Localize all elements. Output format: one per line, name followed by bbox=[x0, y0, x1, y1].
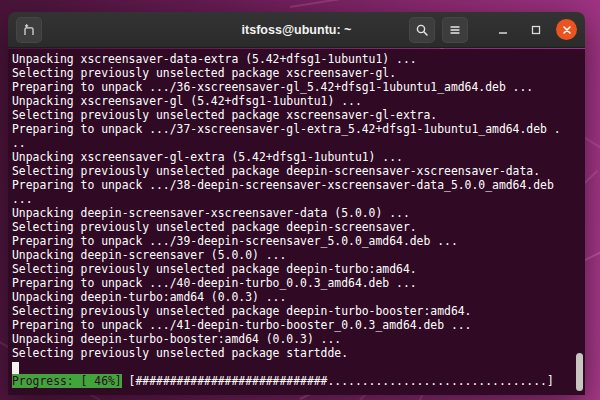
close-icon bbox=[561, 24, 573, 36]
progress-bar-text: [############################...........… bbox=[122, 374, 554, 388]
scrollbar[interactable] bbox=[574, 49, 585, 395]
terminal-cursor bbox=[12, 362, 19, 375]
progress-label: Progress: [ 46%] bbox=[12, 374, 122, 388]
scrollbar-thumb[interactable] bbox=[576, 353, 583, 391]
terminal-window: itsfoss@ubuntu: ~ bbox=[8, 12, 585, 395]
maximize-button[interactable] bbox=[523, 17, 549, 43]
close-button[interactable] bbox=[556, 19, 577, 40]
hamburger-menu-icon bbox=[448, 23, 462, 37]
maximize-icon bbox=[530, 24, 542, 36]
cursor-line bbox=[12, 360, 585, 374]
terminal-output: Unpacking xscreensaver-data-extra (5.42+… bbox=[12, 52, 585, 360]
search-button[interactable] bbox=[409, 17, 435, 43]
wallpaper-streak bbox=[290, 0, 600, 8]
terminal-screen[interactable]: Unpacking xscreensaver-data-extra (5.42+… bbox=[8, 49, 585, 395]
new-tab-button[interactable] bbox=[16, 17, 42, 43]
progress-line: Progress: [ 46%] [######################… bbox=[12, 374, 585, 388]
search-icon bbox=[415, 23, 429, 37]
menu-button[interactable] bbox=[442, 17, 468, 43]
minimize-icon bbox=[497, 24, 509, 36]
titlebar[interactable]: itsfoss@ubuntu: ~ bbox=[8, 12, 585, 48]
minimize-button[interactable] bbox=[490, 17, 516, 43]
new-tab-icon bbox=[22, 23, 36, 37]
